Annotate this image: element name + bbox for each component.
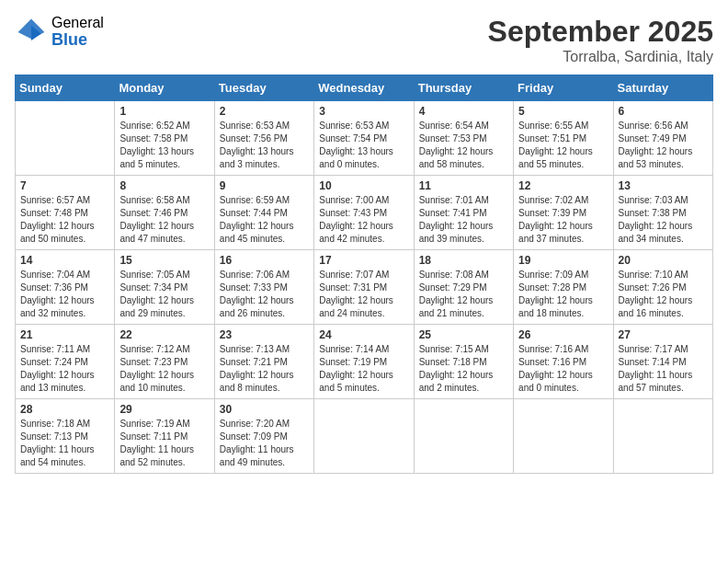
cell-details: Sunrise: 7:16 AM Sunset: 7:16 PM Dayligh… xyxy=(518,343,608,395)
day-number: 28 xyxy=(20,403,109,416)
logo-icon xyxy=(15,16,48,49)
day-number: 25 xyxy=(419,328,508,341)
calendar-cell: 10Sunrise: 7:00 AM Sunset: 7:43 PM Dayli… xyxy=(314,176,414,250)
weekday-header-saturday: Saturday xyxy=(613,75,712,101)
calendar-cell: 20Sunrise: 7:10 AM Sunset: 7:26 PM Dayli… xyxy=(613,250,712,325)
calendar-cell: 12Sunrise: 7:02 AM Sunset: 7:39 PM Dayli… xyxy=(514,176,613,250)
cell-details: Sunrise: 7:10 AM Sunset: 7:26 PM Dayligh… xyxy=(619,269,708,320)
weekday-header-row: SundayMondayTuesdayWednesdayThursdayFrid… xyxy=(16,75,713,101)
calendar-week-4: 21Sunrise: 7:11 AM Sunset: 7:24 PM Dayli… xyxy=(16,325,713,399)
cell-details: Sunrise: 7:01 AM Sunset: 7:41 PM Dayligh… xyxy=(419,194,508,246)
calendar-cell xyxy=(613,399,712,474)
cell-details: Sunrise: 6:57 AM Sunset: 7:48 PM Dayligh… xyxy=(20,194,109,246)
logo-blue-text: Blue xyxy=(51,31,104,50)
calendar-week-1: 1Sunrise: 6:52 AM Sunset: 7:58 PM Daylig… xyxy=(16,101,713,176)
calendar-cell: 5Sunrise: 6:55 AM Sunset: 7:51 PM Daylig… xyxy=(514,101,613,176)
cell-details: Sunrise: 7:07 AM Sunset: 7:31 PM Dayligh… xyxy=(319,269,408,320)
cell-details: Sunrise: 6:52 AM Sunset: 7:58 PM Dayligh… xyxy=(119,120,209,171)
cell-details: Sunrise: 7:03 AM Sunset: 7:38 PM Dayligh… xyxy=(619,194,708,246)
day-number: 5 xyxy=(518,105,608,118)
weekday-header-sunday: Sunday xyxy=(16,75,115,101)
calendar-cell: 29Sunrise: 7:19 AM Sunset: 7:11 PM Dayli… xyxy=(115,399,214,474)
day-number: 27 xyxy=(619,328,708,341)
weekday-header-monday: Monday xyxy=(115,75,214,101)
calendar-cell: 16Sunrise: 7:06 AM Sunset: 7:33 PM Dayli… xyxy=(214,250,313,325)
calendar-table: SundayMondayTuesdayWednesdayThursdayFrid… xyxy=(15,75,713,474)
day-number: 9 xyxy=(220,179,309,192)
cell-details: Sunrise: 7:04 AM Sunset: 7:36 PM Dayligh… xyxy=(20,269,109,320)
cell-details: Sunrise: 7:15 AM Sunset: 7:18 PM Dayligh… xyxy=(419,343,508,395)
calendar-cell: 17Sunrise: 7:07 AM Sunset: 7:31 PM Dayli… xyxy=(314,250,414,325)
calendar-cell: 9Sunrise: 6:59 AM Sunset: 7:44 PM Daylig… xyxy=(214,176,313,250)
calendar-cell: 3Sunrise: 6:53 AM Sunset: 7:54 PM Daylig… xyxy=(314,101,414,176)
cell-details: Sunrise: 7:12 AM Sunset: 7:23 PM Dayligh… xyxy=(119,343,209,395)
calendar-cell: 19Sunrise: 7:09 AM Sunset: 7:28 PM Dayli… xyxy=(514,250,613,325)
calendar-cell xyxy=(414,399,513,474)
cell-details: Sunrise: 7:06 AM Sunset: 7:33 PM Dayligh… xyxy=(220,269,309,320)
cell-details: Sunrise: 7:05 AM Sunset: 7:34 PM Dayligh… xyxy=(119,269,209,320)
cell-details: Sunrise: 6:56 AM Sunset: 7:49 PM Dayligh… xyxy=(619,120,708,171)
day-number: 11 xyxy=(419,179,508,192)
cell-details: Sunrise: 6:55 AM Sunset: 7:51 PM Dayligh… xyxy=(518,120,608,171)
day-number: 24 xyxy=(319,328,408,341)
calendar-cell: 30Sunrise: 7:20 AM Sunset: 7:09 PM Dayli… xyxy=(214,399,313,474)
calendar-cell: 6Sunrise: 6:56 AM Sunset: 7:49 PM Daylig… xyxy=(613,101,712,176)
weekday-header-tuesday: Tuesday xyxy=(214,75,313,101)
day-number: 16 xyxy=(220,254,309,267)
cell-details: Sunrise: 6:53 AM Sunset: 7:56 PM Dayligh… xyxy=(220,120,309,171)
cell-details: Sunrise: 7:18 AM Sunset: 7:13 PM Dayligh… xyxy=(20,418,109,469)
weekday-header-thursday: Thursday xyxy=(414,75,513,101)
calendar-cell: 27Sunrise: 7:17 AM Sunset: 7:14 PM Dayli… xyxy=(613,325,712,399)
calendar-cell xyxy=(16,101,115,176)
cell-details: Sunrise: 7:11 AM Sunset: 7:24 PM Dayligh… xyxy=(20,343,109,395)
day-number: 17 xyxy=(319,254,408,267)
cell-details: Sunrise: 7:00 AM Sunset: 7:43 PM Dayligh… xyxy=(319,194,408,246)
cell-details: Sunrise: 6:58 AM Sunset: 7:46 PM Dayligh… xyxy=(119,194,209,246)
day-number: 21 xyxy=(20,328,109,341)
day-number: 4 xyxy=(419,105,508,118)
cell-details: Sunrise: 7:17 AM Sunset: 7:14 PM Dayligh… xyxy=(619,343,708,395)
day-number: 14 xyxy=(20,254,109,267)
logo-text: General Blue xyxy=(51,15,104,49)
day-number: 30 xyxy=(220,403,309,416)
calendar-cell: 25Sunrise: 7:15 AM Sunset: 7:18 PM Dayli… xyxy=(414,325,513,399)
day-number: 13 xyxy=(619,179,708,192)
calendar-cell xyxy=(514,399,613,474)
cell-details: Sunrise: 6:53 AM Sunset: 7:54 PM Dayligh… xyxy=(319,120,408,171)
calendar-cell: 1Sunrise: 6:52 AM Sunset: 7:58 PM Daylig… xyxy=(115,101,214,176)
page-header: General Blue September 2025 Torralba, Sa… xyxy=(15,15,713,65)
day-number: 6 xyxy=(619,105,708,118)
calendar-week-3: 14Sunrise: 7:04 AM Sunset: 7:36 PM Dayli… xyxy=(16,250,713,325)
calendar-week-2: 7Sunrise: 6:57 AM Sunset: 7:48 PM Daylig… xyxy=(16,176,713,250)
day-number: 2 xyxy=(220,105,309,118)
calendar-cell: 26Sunrise: 7:16 AM Sunset: 7:16 PM Dayli… xyxy=(514,325,613,399)
cell-details: Sunrise: 7:20 AM Sunset: 7:09 PM Dayligh… xyxy=(220,418,309,469)
cell-details: Sunrise: 7:14 AM Sunset: 7:19 PM Dayligh… xyxy=(319,343,408,395)
day-number: 7 xyxy=(20,179,109,192)
calendar-week-5: 28Sunrise: 7:18 AM Sunset: 7:13 PM Dayli… xyxy=(16,399,713,474)
cell-details: Sunrise: 7:02 AM Sunset: 7:39 PM Dayligh… xyxy=(518,194,608,246)
day-number: 15 xyxy=(119,254,209,267)
calendar-cell: 4Sunrise: 6:54 AM Sunset: 7:53 PM Daylig… xyxy=(414,101,513,176)
cell-details: Sunrise: 6:59 AM Sunset: 7:44 PM Dayligh… xyxy=(220,194,309,246)
cell-details: Sunrise: 7:13 AM Sunset: 7:21 PM Dayligh… xyxy=(220,343,309,395)
calendar-cell: 18Sunrise: 7:08 AM Sunset: 7:29 PM Dayli… xyxy=(414,250,513,325)
cell-details: Sunrise: 7:09 AM Sunset: 7:28 PM Dayligh… xyxy=(518,269,608,320)
month-title: September 2025 xyxy=(488,15,713,49)
weekday-header-wednesday: Wednesday xyxy=(314,75,414,101)
day-number: 18 xyxy=(419,254,508,267)
day-number: 20 xyxy=(619,254,708,267)
calendar-cell: 13Sunrise: 7:03 AM Sunset: 7:38 PM Dayli… xyxy=(613,176,712,250)
calendar-cell: 28Sunrise: 7:18 AM Sunset: 7:13 PM Dayli… xyxy=(16,399,115,474)
logo-general: General xyxy=(51,15,104,31)
calendar-cell: 24Sunrise: 7:14 AM Sunset: 7:19 PM Dayli… xyxy=(314,325,414,399)
title-area: September 2025 Torralba, Sardinia, Italy xyxy=(488,15,713,65)
day-number: 1 xyxy=(119,105,209,118)
calendar-cell: 8Sunrise: 6:58 AM Sunset: 7:46 PM Daylig… xyxy=(115,176,214,250)
cell-details: Sunrise: 7:19 AM Sunset: 7:11 PM Dayligh… xyxy=(119,418,209,469)
calendar-cell: 22Sunrise: 7:12 AM Sunset: 7:23 PM Dayli… xyxy=(115,325,214,399)
logo: General Blue xyxy=(15,15,104,49)
calendar-cell: 7Sunrise: 6:57 AM Sunset: 7:48 PM Daylig… xyxy=(16,176,115,250)
calendar-cell: 21Sunrise: 7:11 AM Sunset: 7:24 PM Dayli… xyxy=(16,325,115,399)
day-number: 19 xyxy=(518,254,608,267)
